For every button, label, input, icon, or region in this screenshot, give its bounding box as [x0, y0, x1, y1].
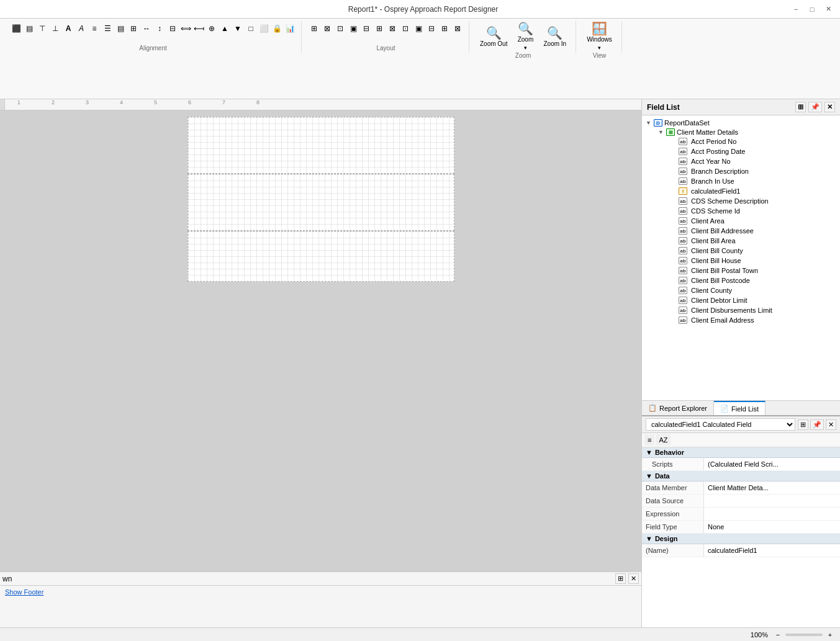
layout-btn8[interactable]: ⊡ — [399, 22, 412, 35]
field-list-pin-button[interactable]: 📌 — [808, 102, 822, 112]
italic-icon[interactable]: A — [75, 22, 88, 35]
field-item: ab Branch In Use — [669, 176, 838, 186]
field-list-close-button[interactable]: ✕ — [824, 102, 835, 112]
dataset-row[interactable]: ▼ D ReportDataSet — [644, 119, 838, 127]
field-type-icon: ab — [679, 177, 687, 185]
property-grid-selector[interactable]: calculatedField1 Calculated Field — [646, 418, 795, 431]
field-row[interactable]: ab Client Bill Addressee — [669, 226, 838, 235]
ungroup-icon[interactable]: ⬜ — [258, 22, 270, 35]
field-row[interactable]: ab Client Email Address — [669, 316, 838, 325]
pg-categorized-button[interactable]: ≡ — [644, 434, 654, 446]
send-back-icon[interactable]: ▼ — [232, 22, 244, 35]
zoom-in-button[interactable]: 🔍 Zoom In — [539, 22, 571, 51]
minimize-button[interactable]: − — [790, 4, 802, 15]
layout-btn5[interactable]: ⊟ — [360, 22, 373, 35]
layout-btn7[interactable]: ⊠ — [386, 22, 399, 35]
layout-btn11[interactable]: ⊞ — [438, 22, 451, 35]
layout-btn3[interactable]: ⊡ — [334, 22, 346, 35]
align-left-icon[interactable]: ⬛ — [10, 22, 22, 35]
design-surface[interactable] — [0, 110, 641, 572]
field-row[interactable]: ab Client County — [669, 286, 838, 295]
pg-property-value[interactable]: Client Matter Deta... — [704, 483, 840, 493]
bold-icon[interactable]: A — [62, 22, 75, 35]
pg-property-value[interactable] — [704, 513, 840, 515]
size-v-icon[interactable]: ↕ — [153, 22, 166, 35]
group-expand-icon[interactable]: ▼ — [658, 129, 664, 135]
space-h-icon[interactable]: ⟺ — [179, 22, 192, 35]
pg-property-value[interactable]: (Calculated Field Scri... — [704, 459, 840, 469]
pg-close-button[interactable]: ✕ — [826, 419, 836, 430]
pg-section-header[interactable]: ▼ Behavior — [642, 447, 840, 458]
pg-float-button[interactable]: ⊞ — [798, 419, 808, 430]
close-button[interactable]: ✕ — [823, 4, 834, 15]
same-size-icon[interactable]: ⊟ — [166, 22, 179, 35]
tab-report-explorer[interactable]: 📋 Report Explorer — [642, 401, 714, 415]
detail-grid[interactable] — [188, 174, 454, 230]
chart-icon[interactable]: 📊 — [284, 22, 296, 35]
layout-btn9[interactable]: ▣ — [412, 22, 425, 35]
field-row[interactable]: ab Client Bill Postal Town — [669, 266, 838, 275]
layout-btn2[interactable]: ⊠ — [321, 22, 333, 35]
page-footer-grid[interactable] — [188, 231, 454, 281]
field-row[interactable]: ab Client Bill Postcode — [669, 276, 838, 285]
center-page-icon[interactable]: ⊕ — [205, 22, 218, 35]
field-row[interactable]: ab Client Area — [669, 217, 838, 225]
page-header-grid[interactable] — [188, 117, 454, 173]
field-row[interactable]: ab CDS Scheme Id — [669, 207, 838, 215]
zoom-in-icon: 🔍 — [547, 27, 562, 39]
align-distribute-icon[interactable]: ⊞ — [127, 22, 140, 35]
size-h-icon[interactable]: ↔ — [140, 22, 153, 35]
field-row[interactable]: ab CDS Scheme Description — [669, 197, 838, 205]
field-row[interactable]: ab Acct Year No — [669, 157, 838, 166]
align-bottom-icon[interactable]: ⊥ — [49, 22, 61, 35]
zoom-out-status-button[interactable]: − — [773, 630, 783, 640]
lock-icon[interactable]: 🔒 — [271, 22, 283, 35]
field-row[interactable]: f calculatedField1 — [669, 187, 838, 195]
group-row[interactable]: ▼ ⊞ Client Matter Details — [657, 128, 838, 137]
show-footer-link[interactable]: Show Footer — [5, 588, 43, 596]
field-row[interactable]: ab Branch In Use — [669, 177, 838, 186]
align-center-icon[interactable]: ▤ — [23, 22, 35, 35]
zoom-slider[interactable] — [785, 634, 823, 636]
bottom-panel-close-button[interactable]: ✕ — [628, 573, 639, 584]
group-icon[interactable]: □ — [245, 22, 257, 35]
windows-button[interactable]: 🪟 Windows — [582, 22, 616, 51]
dataset-expand-icon[interactable]: ▼ — [646, 120, 652, 126]
pg-section-header[interactable]: ▼ Data — [642, 471, 840, 482]
align-text-left-icon[interactable]: ≡ — [88, 22, 101, 35]
maximize-button[interactable]: □ — [806, 4, 818, 15]
field-item: ab Client Bill Addressee — [669, 226, 838, 236]
pg-property-value[interactable]: None — [704, 522, 840, 532]
field-row[interactable]: ab Acct Posting Date — [669, 147, 838, 156]
zoom-in-status-button[interactable]: + — [825, 630, 835, 640]
field-row[interactable]: ab Client Bill House — [669, 256, 838, 265]
pg-pin-button[interactable]: 📌 — [810, 419, 824, 430]
tab-field-list[interactable]: 📄 Field List — [714, 401, 765, 415]
ruler-mark-8: 8 — [256, 99, 260, 105]
window-title: Report1* - Osprey Approach Report Design… — [56, 5, 790, 14]
field-row[interactable]: ab Client Bill Area — [669, 236, 838, 245]
field-row[interactable]: ab Client Disbursements Limit — [669, 306, 838, 315]
layout-btn6[interactable]: ⊞ — [373, 22, 386, 35]
field-list-float-button[interactable]: ⊞ — [795, 102, 806, 112]
field-row[interactable]: ab Client Bill County — [669, 246, 838, 255]
pg-alphabetical-button[interactable]: AZ — [656, 434, 671, 446]
pg-section-header[interactable]: ▼ Design — [642, 534, 840, 544]
align-top-icon[interactable]: ⊤ — [36, 22, 48, 35]
align-text-right-icon[interactable]: ▤ — [114, 22, 127, 35]
field-row[interactable]: ab Acct Period No — [669, 137, 838, 146]
pg-property-value[interactable]: calculatedField1 — [704, 545, 840, 555]
zoom-out-button[interactable]: 🔍 Zoom Out — [476, 22, 512, 51]
zoom-button[interactable]: 🔍 Zoom — [513, 22, 538, 51]
bottom-panel-float-button[interactable]: ⊞ — [615, 573, 626, 584]
layout-btn4[interactable]: ▣ — [347, 22, 359, 35]
align-text-center-icon[interactable]: ☰ — [101, 22, 114, 35]
pg-property-value[interactable] — [704, 500, 840, 502]
space-v-icon[interactable]: ⟻ — [192, 22, 205, 35]
layout-btn12[interactable]: ⊠ — [451, 22, 464, 35]
field-row[interactable]: ab Branch Description — [669, 167, 838, 176]
field-row[interactable]: ab Client Debtor Limit — [669, 296, 838, 305]
layout-btn1[interactable]: ⊞ — [308, 22, 320, 35]
bring-forward-icon[interactable]: ▲ — [219, 22, 231, 35]
layout-btn10[interactable]: ⊟ — [425, 22, 438, 35]
